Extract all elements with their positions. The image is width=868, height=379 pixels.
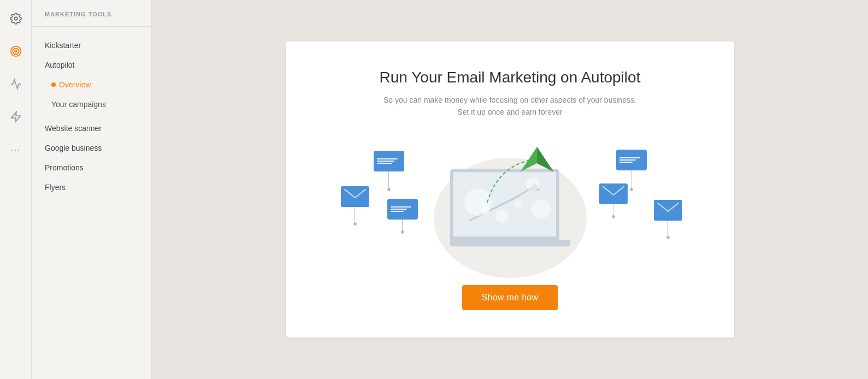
card-subtitle: So you can make money while focusing on … [383, 94, 636, 119]
more-icon[interactable]: ··· [6, 140, 26, 159]
email-chat-2 [387, 199, 418, 234]
promo-card: Run Your Email Marketing on Autopilot So… [286, 42, 734, 338]
active-dot [51, 82, 56, 87]
sidebar-item-google-business[interactable]: Google business [32, 138, 151, 158]
svg-marker-4 [11, 112, 20, 122]
email-chat-1 [374, 151, 404, 191]
email-envelope-1 [341, 186, 369, 226]
show-me-how-button[interactable]: Show me how [462, 285, 558, 310]
lightning-icon[interactable] [6, 107, 26, 127]
sidebar-item-website-scanner[interactable]: Website scanner [32, 119, 151, 138]
card-title: Run Your Email Marketing on Autopilot [380, 69, 641, 86]
sidebar-item-overview[interactable]: Overview [32, 75, 151, 94]
illustration [308, 134, 712, 265]
sidebar-item-campaigns[interactable]: Your campaigns [32, 94, 151, 114]
chart-icon[interactable] [6, 74, 26, 94]
svg-point-8 [495, 210, 509, 223]
svg-point-0 [14, 17, 17, 20]
sidebar-item-autopilot[interactable]: Autopilot [32, 55, 151, 75]
icon-bar: ··· [0, 0, 32, 379]
main-content: Run Your Email Marketing on Autopilot So… [152, 0, 868, 379]
svg-point-2 [13, 49, 19, 55]
email-envelope-2 [599, 183, 628, 218]
sidebar-item-flyers[interactable]: Flyers [32, 177, 151, 197]
sidebar-item-promotions[interactable]: Promotions [32, 158, 151, 177]
sidebar-title: MARKETING TOOLS [32, 11, 151, 27]
target-icon[interactable] [6, 42, 26, 61]
email-envelope-3 [654, 200, 682, 239]
gear-icon[interactable] [6, 9, 26, 28]
dashed-path [482, 153, 547, 210]
svg-point-3 [15, 50, 17, 52]
sidebar: MARKETING TOOLS Kickstarter Autopilot Ov… [32, 0, 152, 379]
sidebar-item-kickstarter[interactable]: Kickstarter [32, 35, 151, 55]
